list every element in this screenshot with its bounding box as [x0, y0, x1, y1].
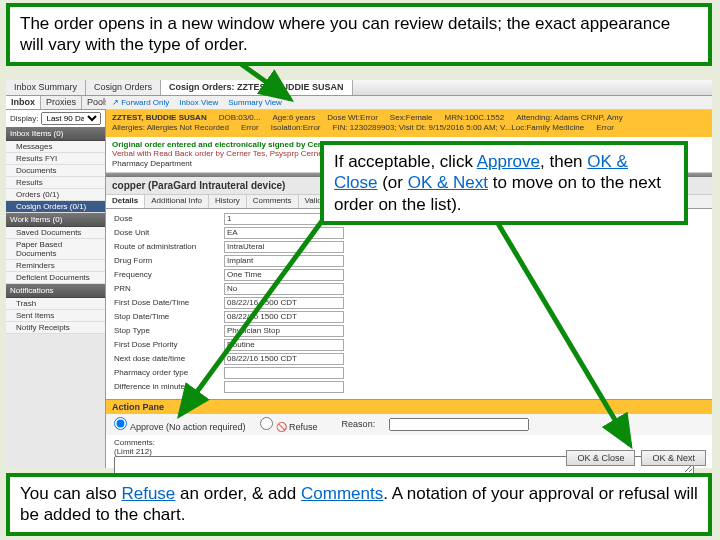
prn-field[interactable]: No [224, 283, 344, 295]
nav-documents[interactable]: Documents [6, 165, 105, 177]
nav-results[interactable]: Results [6, 177, 105, 189]
display-select[interactable]: Last 90 Days [41, 112, 101, 125]
window-tabs: Inbox Summary Cosign Orders Cosign Order… [6, 80, 712, 96]
refuse-radio[interactable]: 🚫 Refuse [260, 417, 318, 432]
dtab-history[interactable]: History [209, 195, 247, 208]
dtab-comments[interactable]: Comments [247, 195, 299, 208]
diff-min-field[interactable] [224, 381, 344, 393]
route-field[interactable]: IntraUteral [224, 241, 344, 253]
forward-only[interactable]: ↗ Forward Only [112, 98, 169, 107]
ok-close-button[interactable]: OK & Close [566, 450, 635, 466]
nav-results-fyi[interactable]: Results FYI [6, 153, 105, 165]
nav-reminders[interactable]: Reminders [6, 260, 105, 272]
nav-paper-docs[interactable]: Paper Based Documents [6, 239, 105, 260]
next-dose-field[interactable]: 08/22/16 1500 CDT [224, 353, 344, 365]
callout-approve: If acceptable, click Approve, then OK & … [320, 141, 688, 225]
section-work-items[interactable]: Work Items (0) [6, 213, 105, 227]
dtab-details[interactable]: Details [106, 195, 145, 208]
nav-deficient-docs[interactable]: Deficient Documents [6, 272, 105, 284]
reason-input[interactable] [389, 418, 529, 431]
callout-top: The order opens in a new window where yo… [6, 3, 712, 66]
nav-sent[interactable]: Sent Items [6, 310, 105, 322]
nav-inbox[interactable]: Inbox [6, 96, 41, 109]
tab-cosign-orders[interactable]: Cosign Orders [86, 80, 161, 95]
action-row: Approve (No action required) 🚫 Refuse Re… [106, 414, 712, 435]
details-panel: Dose1 Dose UnitEA Route of administratio… [106, 209, 712, 399]
nav-proxies[interactable]: Proxies [41, 96, 82, 109]
tab-cosign-order-detail[interactable]: Cosign Orders: ZZTEST, BUDDIE SUSAN [161, 80, 353, 95]
approve-radio[interactable]: Approve (No action required) [114, 417, 246, 432]
nav-saved-docs[interactable]: Saved Documents [6, 227, 105, 239]
section-notifications[interactable]: Notifications [6, 284, 105, 298]
summary-view[interactable]: Summary View [228, 98, 282, 107]
stop-type-field[interactable]: Physician Stop [224, 325, 344, 337]
pharm-type-field[interactable] [224, 367, 344, 379]
nav-orders[interactable]: Orders (0/1) [6, 189, 105, 201]
priority-field[interactable]: Routine [224, 339, 344, 351]
sidebar: Inbox Proxies Pools Display:Last 90 Days… [6, 96, 106, 468]
dtab-additional[interactable]: Additional Info [145, 195, 209, 208]
nav-messages[interactable]: Messages [6, 141, 105, 153]
stop-date-field[interactable]: 08/22/16 1500 CDT [224, 311, 344, 323]
section-inbox-items[interactable]: Inbox Items (0) [6, 127, 105, 141]
ok-next-button[interactable]: OK & Next [641, 450, 706, 466]
callout-bottom: You can also Refuse an order, & add Comm… [6, 473, 712, 536]
nav-trash[interactable]: Trash [6, 298, 105, 310]
drug-form-field[interactable]: Implant [224, 255, 344, 267]
tab-inbox-summary[interactable]: Inbox Summary [6, 80, 86, 95]
frequency-field[interactable]: One Time [224, 269, 344, 281]
nav-notify[interactable]: Notify Receipts [6, 322, 105, 334]
patient-header: ZZTEST, BUDDIE SUSANDOB:03/0...Age:6 yea… [106, 110, 712, 137]
first-dose-field[interactable]: 08/22/16 1500 CDT [224, 297, 344, 309]
display-filter: Display:Last 90 Days [6, 110, 105, 127]
toolbar: ↗ Forward Only Inbox View Summary View [106, 96, 712, 110]
nav-cosign-orders[interactable]: Cosign Orders (0/1) [6, 201, 105, 213]
action-pane-title: Action Pane [106, 399, 712, 414]
dose-unit-field[interactable]: EA [224, 227, 344, 239]
app-window: Inbox Summary Cosign Orders Cosign Order… [6, 80, 712, 468]
inbox-view[interactable]: Inbox View [179, 98, 218, 107]
